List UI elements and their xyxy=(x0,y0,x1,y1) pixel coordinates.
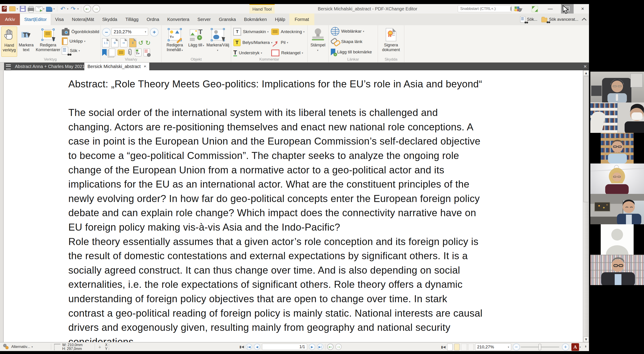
redo-button[interactable]: ↷ xyxy=(70,5,76,12)
fit-page-button[interactable]: ✣ xyxy=(111,38,118,47)
note-button[interactable]: Anteckning▾ xyxy=(271,27,305,36)
print-button[interactable] xyxy=(28,5,34,12)
quick-launch-search[interactable] xyxy=(458,5,512,12)
continuous-page-button[interactable] xyxy=(454,344,460,351)
add-bookmark-button[interactable]: + Lägg till bokmärke xyxy=(331,47,372,57)
edit-comments-button[interactable]: Redigera Kommentarer xyxy=(36,26,60,56)
email-button[interactable] xyxy=(36,5,42,12)
zoom-level-combo[interactable]: 210,27%▾ xyxy=(112,28,148,36)
menu-arkiv[interactable]: Arkiv xyxy=(0,13,20,25)
menu-bokmarken[interactable]: Bokmärken xyxy=(240,13,271,25)
sign-document-button[interactable]: Signeradokument xyxy=(382,26,400,58)
actual-size-button[interactable]: 1:1 xyxy=(102,38,109,47)
save-all-dropdown[interactable]: ▾ xyxy=(54,7,55,10)
rotate-cw-button[interactable]: ↻ xyxy=(145,39,150,47)
fit-height-button[interactable]: ↕ xyxy=(129,38,136,47)
status-zoom-out-button[interactable]: − xyxy=(513,344,520,351)
undo-button[interactable]: ↶ xyxy=(60,5,66,12)
properties-panel-button[interactable] xyxy=(144,49,150,56)
clipboard-button[interactable]: Urklipp▾ xyxy=(62,36,99,46)
scroll-down-arrow[interactable]: ▼ xyxy=(583,337,589,342)
arrow-annotation-button[interactable]: Pil▾ xyxy=(271,38,288,47)
tab-list-menu-icon[interactable] xyxy=(6,64,11,69)
open-dropdown[interactable]: ▾ xyxy=(17,7,18,10)
stamp-button[interactable]: Stämpel▾ xyxy=(310,26,326,58)
highlight-button[interactable]: T Belys/Markera▾ xyxy=(234,38,272,47)
context-tab-hand-tool[interactable]: Hand Tool xyxy=(250,4,275,13)
history-back-button[interactable]: ← xyxy=(84,5,91,13)
menu-server[interactable]: Server xyxy=(194,13,215,25)
comments-panel-button[interactable] xyxy=(118,49,125,55)
rectangle-annotation-button[interactable]: Rektangel▾ xyxy=(271,48,303,58)
two-page-button[interactable] xyxy=(461,344,466,351)
vertical-scrollbar[interactable]: ▲ ▼ xyxy=(583,70,589,342)
zoom-in-button[interactable]: + xyxy=(150,28,158,36)
first-page-button[interactable]: |◀ xyxy=(246,344,252,350)
participant-video-1[interactable] xyxy=(590,72,644,102)
edit-content-button[interactable]: T≡ Redigera Innehåll ▾ xyxy=(164,26,185,58)
menu-notera-mat[interactable]: Notera|Mät xyxy=(68,13,98,25)
participant-video-2[interactable] xyxy=(590,102,644,133)
underline-button[interactable]: T Understryk▾ xyxy=(234,48,262,58)
undo-dropdown[interactable]: ▾ xyxy=(67,7,68,10)
collapse-ribbon-button[interactable] xyxy=(582,17,586,22)
create-link-button[interactable]: Skapa länk xyxy=(331,37,362,46)
close-button[interactable]: × xyxy=(576,4,589,13)
zoom-out-button[interactable]: − xyxy=(102,28,111,36)
participant-video-3[interactable] xyxy=(590,133,644,164)
status-zoom-combo[interactable]: 210,27%▾ xyxy=(475,344,511,351)
menu-format[interactable]: Format xyxy=(289,13,314,25)
close-document-button[interactable]: × xyxy=(582,63,588,70)
previous-page-button[interactable]: ◀ xyxy=(254,344,260,350)
rotate-ccw-button[interactable]: ↺ xyxy=(138,39,144,47)
view-back-button[interactable]: ← xyxy=(327,344,334,350)
select-text-button[interactable]: T Markera text xyxy=(18,26,34,56)
tab-abstract-anna-charles[interactable]: Abstract Anna + Charles May 2021× xyxy=(12,63,94,70)
menu-konvertera[interactable]: Konvertera xyxy=(163,13,194,25)
menu-hjalp[interactable]: Hjälp xyxy=(271,13,289,25)
tab-bersick-michalski[interactable]: Bersick Michalski_abstract× xyxy=(84,63,149,70)
select-object-button[interactable]: Markera/Välj ▾ xyxy=(206,26,229,58)
advanced-search-button[interactable]: Sök avancerat... xyxy=(542,16,578,22)
quick-launch-input[interactable] xyxy=(460,6,510,11)
status-zoom-in-button[interactable]: + xyxy=(562,344,569,351)
content-panel-button[interactable]: T≡ xyxy=(135,49,142,56)
attachments-panel-button[interactable] xyxy=(127,49,133,56)
new-tab-button[interactable]: + xyxy=(144,63,148,70)
fit-width-button[interactable]: ↔ xyxy=(120,38,128,47)
left-panel-strip[interactable] xyxy=(0,70,4,342)
redo-dropdown[interactable]: ▾ xyxy=(77,7,79,10)
view-forward-button[interactable]: → xyxy=(335,344,342,350)
next-page-button[interactable]: ▶ xyxy=(309,344,315,350)
zoom-slider-handle[interactable] xyxy=(538,344,541,350)
search-button[interactable]: Sök... xyxy=(520,16,537,22)
scrollbar-thumb[interactable] xyxy=(583,76,589,202)
menu-start-editor[interactable]: Start|Editor xyxy=(20,13,51,25)
minimize-button[interactable]: — xyxy=(544,4,556,13)
scroll-up-arrow[interactable]: ▲ xyxy=(583,70,589,76)
ribbon-search-button[interactable]: Sök▾ xyxy=(62,46,99,55)
history-forward-button[interactable]: → xyxy=(92,5,100,13)
ui-options-button[interactable]: ▾ xyxy=(514,6,522,12)
snapshot-button[interactable]: Ögonblicksbild xyxy=(62,27,99,36)
fullscreen-button[interactable] xyxy=(532,6,538,12)
menu-visa[interactable]: Visa xyxy=(51,13,68,25)
panel-grip[interactable] xyxy=(0,63,4,70)
save-button[interactable] xyxy=(20,5,26,12)
add-object-button[interactable]: T + Lägg till ▾ xyxy=(188,26,205,58)
options-button[interactable]: Alternativ...▾ xyxy=(3,344,33,350)
open-in-adobe-button[interactable]: A▾ xyxy=(572,343,581,351)
last-page-button[interactable]: ▶| xyxy=(317,344,323,350)
page-number-field[interactable]: 1/1 xyxy=(262,344,307,350)
participant-video-7[interactable] xyxy=(590,255,644,285)
bookmarks-panel-button[interactable] xyxy=(102,49,107,56)
participant-video-5[interactable] xyxy=(590,194,644,224)
thumbnails-panel-button[interactable] xyxy=(109,49,115,56)
menu-tillagg[interactable]: Tillägg xyxy=(121,13,142,25)
single-page-button[interactable] xyxy=(447,344,452,351)
participant-video-4[interactable] xyxy=(590,164,644,194)
collapse-right-icon[interactable]: ▮◀ xyxy=(441,345,446,349)
menu-granska[interactable]: Granska xyxy=(215,13,240,25)
menu-skydda[interactable]: Skydda xyxy=(98,13,121,25)
hand-tool-button[interactable]: Hand verktyg xyxy=(1,26,17,57)
